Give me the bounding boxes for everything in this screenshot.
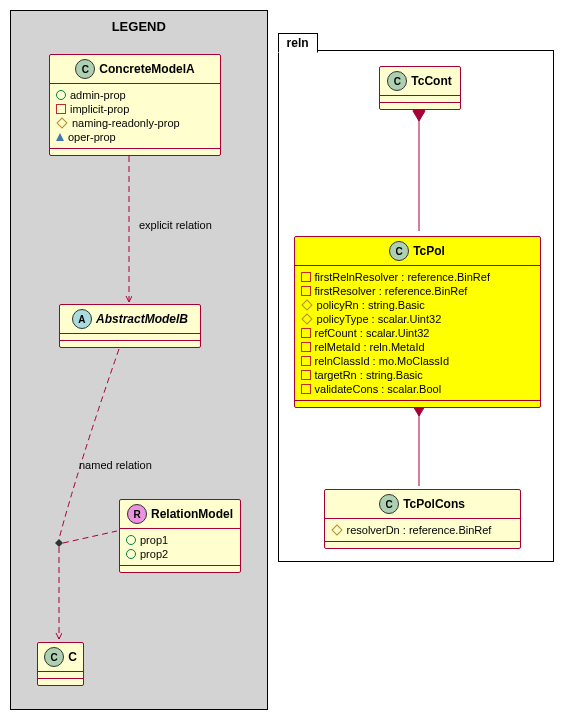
property-text: prop2 bbox=[140, 548, 168, 560]
marker-circle-icon bbox=[126, 535, 136, 545]
property-row: admin-prop bbox=[56, 88, 214, 102]
marker-diamond-icon bbox=[331, 524, 342, 535]
property-text: admin-prop bbox=[70, 89, 126, 101]
class-name: AbstractModelB bbox=[96, 312, 188, 326]
class-name: ConcreteModelA bbox=[99, 62, 194, 76]
property-row: firstResolver : reference.BinRef bbox=[301, 284, 534, 298]
svg-marker-1 bbox=[55, 539, 63, 547]
marker-square-icon bbox=[301, 384, 311, 394]
legend-title: LEGEND bbox=[19, 19, 259, 34]
class-name: TcCont bbox=[411, 74, 451, 88]
property-row: prop1 bbox=[126, 533, 234, 547]
property-text: relMetaId : reln.MetaId bbox=[315, 341, 425, 353]
property-row: relnClassId : mo.MoClassId bbox=[301, 354, 534, 368]
marker-square-icon bbox=[56, 104, 66, 114]
property-text: implicit-prop bbox=[70, 103, 129, 115]
property-text: targetRn : string.Basic bbox=[315, 369, 423, 381]
marker-diamond-icon bbox=[56, 117, 67, 128]
class-name: TcPol bbox=[413, 244, 445, 258]
property-text: policyType : scalar.Uint32 bbox=[317, 313, 442, 325]
class-icon: C bbox=[75, 59, 95, 79]
property-row: policyRn : string.Basic bbox=[301, 298, 534, 312]
property-row: prop2 bbox=[126, 547, 234, 561]
marker-square-icon bbox=[301, 370, 311, 380]
property-row: refCount : scalar.Uint32 bbox=[301, 326, 534, 340]
property-row: resolverDn : reference.BinRef bbox=[331, 523, 514, 537]
property-row: targetRn : string.Basic bbox=[301, 368, 534, 382]
relation-label-explicit: explicit relation bbox=[139, 219, 212, 231]
class-icon: C bbox=[44, 647, 64, 667]
marker-diamond-icon bbox=[301, 299, 312, 310]
class-tc-cont: C TcCont bbox=[379, 66, 461, 110]
property-row: oper-prop bbox=[56, 130, 214, 144]
property-text: validateCons : scalar.Bool bbox=[315, 383, 442, 395]
class-c: C C bbox=[37, 642, 84, 686]
property-row: firstRelnResolver : reference.BinRef bbox=[301, 270, 534, 284]
package-name: reln bbox=[278, 33, 318, 53]
package-reln: reln C TcCont C TcPol firstRelnResolver bbox=[278, 50, 554, 562]
property-text: firstRelnResolver : reference.BinRef bbox=[315, 271, 490, 283]
marker-circle-icon bbox=[126, 549, 136, 559]
property-text: resolverDn : reference.BinRef bbox=[347, 524, 492, 536]
property-text: oper-prop bbox=[68, 131, 116, 143]
property-row: implicit-prop bbox=[56, 102, 214, 116]
class-name: C bbox=[68, 650, 77, 664]
marker-square-icon bbox=[301, 328, 311, 338]
property-row: relMetaId : reln.MetaId bbox=[301, 340, 534, 354]
class-tc-pol: C TcPol firstRelnResolver : reference.Bi… bbox=[294, 236, 541, 408]
relation-icon: R bbox=[127, 504, 147, 524]
marker-square-icon bbox=[301, 272, 311, 282]
marker-diamond-icon bbox=[301, 313, 312, 324]
class-icon: C bbox=[387, 71, 407, 91]
class-relation-model: R RelationModel prop1prop2 bbox=[119, 499, 241, 573]
class-name: RelationModel bbox=[151, 507, 233, 521]
property-text: policyRn : string.Basic bbox=[317, 299, 425, 311]
class-tc-pol-cons: C TcPolCons resolverDn : reference.BinRe… bbox=[324, 489, 521, 549]
marker-square-icon bbox=[301, 342, 311, 352]
marker-triangle-icon bbox=[56, 133, 64, 141]
class-icon: C bbox=[389, 241, 409, 261]
class-abstract-model-b: A AbstractModelB bbox=[59, 304, 201, 348]
marker-square-icon bbox=[301, 356, 311, 366]
marker-square-icon bbox=[301, 286, 311, 296]
property-text: naming-readonly-prop bbox=[72, 117, 180, 129]
class-icon: C bbox=[379, 494, 399, 514]
legend-container: LEGEND bbox=[10, 10, 268, 710]
abstract-icon: A bbox=[72, 309, 92, 329]
property-row: validateCons : scalar.Bool bbox=[301, 382, 534, 396]
property-text: firstResolver : reference.BinRef bbox=[315, 285, 468, 297]
property-text: prop1 bbox=[140, 534, 168, 546]
relation-label-named: named relation bbox=[79, 459, 152, 471]
property-text: relnClassId : mo.MoClassId bbox=[315, 355, 450, 367]
property-row: policyType : scalar.Uint32 bbox=[301, 312, 534, 326]
property-text: refCount : scalar.Uint32 bbox=[315, 327, 430, 339]
class-concrete-model-a: C ConcreteModelA admin-propimplicit-prop… bbox=[49, 54, 221, 156]
class-name: TcPolCons bbox=[403, 497, 465, 511]
marker-circle-icon bbox=[56, 90, 66, 100]
property-row: naming-readonly-prop bbox=[56, 116, 214, 130]
